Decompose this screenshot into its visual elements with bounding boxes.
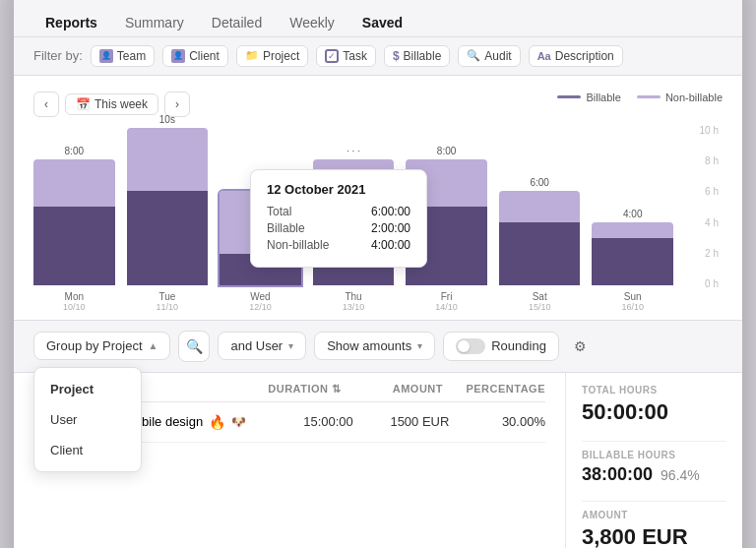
rounding-toggle-switch[interactable] (456, 338, 485, 354)
and-user-button[interactable]: and User ▾ (218, 332, 306, 360)
tab-saved[interactable]: Saved (350, 9, 414, 36)
row-duration: 15:00:00 (257, 414, 353, 429)
tooltip-row-nonbillable: Non-billable 4:00:00 (267, 238, 410, 252)
filter-bar: Filter by: 👤 Team 👤 Client 📁 Project ✓ T… (14, 37, 742, 76)
group-by-button[interactable]: Group by Project ▲ (33, 332, 170, 360)
group-by-client[interactable]: Client (34, 435, 141, 465)
settings-button[interactable]: ⚙ (567, 333, 595, 360)
group-by-dropdown-wrapper: Group by Project ▲ Project User Client (33, 332, 170, 360)
total-hours-label: TOTAL HOURS (582, 385, 726, 396)
nonbillable-line (637, 95, 661, 98)
tooltip-date: 12 October 2021 (267, 182, 410, 197)
chart-legend: Billable Non-billable (557, 91, 723, 103)
task-icon: ✓ (325, 49, 339, 63)
billable-hours-values: 38:00:00 96.4% (582, 464, 726, 485)
chart-container: 8:00 Mon 10/10 10s Tue 11/1 (33, 125, 723, 312)
client-icon: 👤 (171, 49, 185, 63)
y-axis: 10 h 8 h 6 h 4 h 2 h 0 h (675, 125, 723, 290)
col-header-duration: DURATION ⇅ (238, 383, 341, 396)
filter-chip-project[interactable]: 📁 Project (236, 45, 308, 67)
row-percentage: 30.00% (449, 414, 545, 429)
stat-divider-2 (582, 501, 726, 502)
controls-bar: Group by Project ▲ Project User Client 🔍… (14, 320, 742, 373)
legend-nonbillable: Non-billable (637, 91, 723, 103)
stat-divider-1 (582, 441, 726, 442)
week-selector[interactable]: 📅 This week (65, 93, 158, 115)
bar-mon: 8:00 Mon 10/10 (33, 146, 115, 312)
billable-hours-label: BILLABLE HOURS (582, 450, 726, 460)
show-amounts-button[interactable]: Show amounts ▾ (314, 332, 435, 360)
chart-area: Billable Non-billable ‹ 📅 This week › 8:… (14, 76, 742, 320)
billable-hours-block: BILLABLE HOURS 38:00:00 96.4% (582, 450, 726, 485)
billable-line (557, 95, 581, 98)
billable-hours-value: 38:00:00 (582, 464, 653, 485)
chart-tooltip: 12 October 2021 Total 6:00:00 Billable 2… (250, 169, 427, 268)
col-header-amount: AMOUNT (341, 383, 443, 395)
group-by-project[interactable]: Project (34, 374, 141, 404)
group-by-user[interactable]: User (34, 404, 141, 435)
tab-reports[interactable]: Reports (33, 9, 109, 36)
filter-chip-description[interactable]: Aa Description (529, 45, 623, 67)
show-amounts-chevron: ▾ (417, 340, 422, 351)
toggle-knob (458, 340, 470, 352)
amount-block: AMOUNT 3,800 EUR (582, 510, 726, 549)
bar-tue: 10s Tue 11/10 (127, 114, 209, 312)
tab-summary[interactable]: Summary (113, 9, 196, 36)
team-icon: 👤 (99, 49, 113, 63)
row-amount: 1500 EUR (353, 414, 450, 429)
bar-sat: 6:00 Sat 15/10 (499, 177, 581, 312)
tab-weekly[interactable]: Weekly (278, 9, 346, 36)
amount-label: AMOUNT (582, 510, 726, 520)
filter-chip-billable[interactable]: $ Billable (384, 45, 450, 67)
gear-icon: ⚙ (574, 338, 587, 354)
prev-week-button[interactable]: ‹ (33, 91, 59, 117)
and-user-chevron: ▾ (288, 340, 293, 351)
bar-sun: 4:00 Sun 16/10 (592, 209, 673, 312)
filter-chip-audit[interactable]: 🔍 Audit (458, 45, 520, 67)
search-button[interactable]: 🔍 (178, 331, 210, 362)
filter-chip-task[interactable]: ✓ Task (316, 45, 376, 67)
stats-panel: TOTAL HOURS 50:00:00 BILLABLE HOURS 38:0… (565, 373, 742, 549)
filter-label: Filter by: (33, 48, 83, 63)
tab-detailed[interactable]: Detailed (200, 9, 274, 36)
group-by-chevron: ▲ (149, 340, 158, 351)
total-hours-block: TOTAL HOURS 50:00:00 (582, 385, 726, 425)
filter-chip-client[interactable]: 👤 Client (162, 45, 228, 67)
billable-hours-pct: 96.4% (661, 467, 700, 483)
legend-billable: Billable (557, 91, 620, 103)
tooltip-row-billable: Billable 2:00:00 (267, 221, 410, 235)
fire-icon: 🔥 (209, 414, 225, 430)
main-window: Reports Summary Detailed Weekly Saved Fi… (14, 0, 742, 548)
amount-value: 3,800 EUR (582, 524, 726, 549)
tooltip-row-total: Total 6:00:00 (267, 205, 410, 218)
filter-chip-team[interactable]: 👤 Team (91, 45, 155, 67)
rounding-control: Rounding (443, 332, 559, 361)
search-icon: 🔍 (186, 338, 203, 354)
total-hours-value: 50:00:00 (582, 399, 726, 425)
col-header-percentage: PERCENTAGE (443, 383, 545, 395)
group-by-menu: Project User Client (33, 367, 142, 472)
nav-tabs: Reports Summary Detailed Weekly Saved (14, 0, 742, 37)
